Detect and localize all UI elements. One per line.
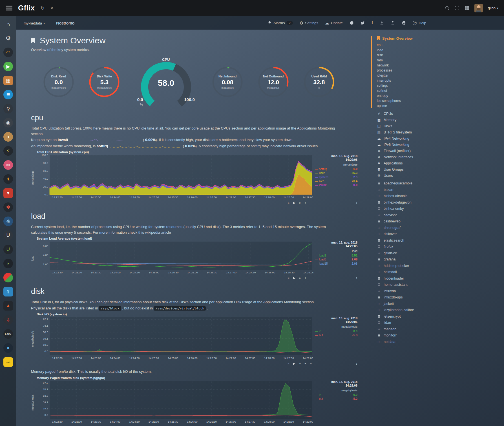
disk-write-gauge[interactable]: Disk Write5.3megabytes/s xyxy=(88,66,121,98)
app-jackett-icon[interactable]: ◖ xyxy=(3,132,13,142)
sidebar-item-softnet[interactable]: softnet xyxy=(377,89,504,93)
net-outbound-gauge[interactable]: Net Outbound12.0megabits/s xyxy=(257,66,290,98)
sidebar-app-binhex-airsonic[interactable]: ⊞binhex-airsonic xyxy=(377,194,504,198)
sidebar-app-bazarr[interactable]: ⊞bazarr xyxy=(377,188,504,192)
load-legend-load15[interactable]: — load152.06 xyxy=(315,262,357,266)
disk-resize-handle[interactable]: ↕ xyxy=(356,361,358,365)
app-flower-icon[interactable]: ✽ xyxy=(3,202,13,212)
github-icon[interactable] xyxy=(350,21,354,25)
cpu-play-button[interactable]: ▶ xyxy=(293,201,295,205)
sidebar-app-grafana[interactable]: ⊞grafana xyxy=(377,257,504,261)
sidebar-section-memory[interactable]: ▦Memory xyxy=(377,118,504,122)
load-pan-right-button[interactable]: » xyxy=(299,276,301,280)
cpu-zoom-out-button[interactable]: − xyxy=(310,201,312,205)
refresh-icon[interactable]: ↻ xyxy=(40,6,45,11)
settings-gear-icon[interactable]: ⚙ xyxy=(3,34,13,43)
cpu-legend-iowait[interactable]: — iowait0.0 xyxy=(315,183,357,187)
app-upload-tile-icon[interactable]: ⇧ xyxy=(3,287,13,296)
cpu-pan-right-button[interactable]: » xyxy=(299,201,301,205)
facebook-icon[interactable]: f xyxy=(372,21,373,25)
sidebar-app-influxdb[interactable]: ⊞influxdb xyxy=(377,289,504,293)
load-pan-left-button[interactable]: « xyxy=(288,276,289,280)
app-scissors-icon[interactable]: ✂ xyxy=(3,160,13,170)
app-pills-icon[interactable] xyxy=(3,273,13,282)
sidebar-app-netdata[interactable]: ⊞netdata xyxy=(377,340,504,344)
disk-zoom-in-button[interactable]: + xyxy=(304,362,306,365)
sidebar-app-home-assistant[interactable]: ⊞home-assistant xyxy=(377,283,504,287)
sidebar-item-disk[interactable]: disk xyxy=(377,53,504,57)
sidebar-app-calibreweb[interactable]: ⊞calibreweb xyxy=(377,219,504,223)
sidebar-app-lidarr[interactable]: ⊞lidarr xyxy=(377,321,504,325)
disk-pan-left-button[interactable]: « xyxy=(288,362,289,365)
cpu-pan-left-button[interactable]: « xyxy=(288,201,289,205)
sidebar-section-applications[interactable]: ❖Applications xyxy=(377,161,504,165)
load-zoom-out-button[interactable]: − xyxy=(310,276,312,280)
sidebar-app-binhex-delugevpn[interactable]: ⊞binhex-delugevpn xyxy=(377,200,504,204)
app-gitlab-icon[interactable]: ▲ xyxy=(3,301,13,311)
disk-play-button[interactable]: ▶ xyxy=(293,362,295,365)
sidebar-app-jackett[interactable]: ⊞jackett xyxy=(377,302,504,306)
load-resize-handle[interactable]: ↕ xyxy=(356,276,358,280)
cpu-legend-nice[interactable]: — nice20.4 xyxy=(315,179,357,183)
app-utorrent-icon[interactable]: U xyxy=(3,245,13,254)
sidebar-app-lazylibrarian-calibre[interactable]: ⊞lazylibrarian-calibre xyxy=(377,308,504,312)
sidebar-item-ipc-semaphores[interactable]: ipc semaphores xyxy=(377,99,504,103)
apps-grid-icon[interactable] xyxy=(465,6,469,10)
sidebar-section-ipv6-networking[interactable]: ☁IPv6 Networking xyxy=(377,143,504,147)
app-sabnzbd-icon[interactable]: sab xyxy=(3,357,13,367)
app-photo-icon[interactable]: ◉ xyxy=(3,118,13,128)
sidebar-app-binhex-emby[interactable]: ⊞binhex-emby xyxy=(377,207,504,211)
home-icon[interactable]: ⌂ xyxy=(3,19,13,29)
cpu-gauge[interactable]: CPU58.00.0100.0% xyxy=(134,57,198,106)
sidebar-item-processes[interactable]: processes xyxy=(377,68,504,72)
alarms-button[interactable]: Alarms 2 xyxy=(268,21,293,25)
load-legend-load1[interactable]: — load16.51 xyxy=(315,253,357,257)
sidebar-app-hiddenloader[interactable]: ⊞hiddenloader xyxy=(377,276,504,280)
load-zoom-in-button[interactable]: + xyxy=(304,276,306,280)
close-tab-icon[interactable]: × xyxy=(50,6,53,11)
sidebar-section-users[interactable]: ⚇Users xyxy=(377,174,504,178)
cpu-legend-user[interactable]: — user35.3 xyxy=(315,171,357,175)
sidebar-item-softirqs[interactable]: softirqs xyxy=(377,84,504,88)
help-button[interactable]: ?Help xyxy=(413,21,426,25)
app-nzbget-icon[interactable]: ◗ xyxy=(3,259,13,268)
used-ram-gauge[interactable]: Used RAM32.8% xyxy=(303,66,335,98)
sidebar-app-chronograf[interactable]: ⊞chronograf xyxy=(377,226,504,230)
load-play-button[interactable]: ▶ xyxy=(293,276,295,280)
sidebar-section-disks[interactable]: ◫Disks xyxy=(377,124,504,128)
hamburger-menu-icon[interactable] xyxy=(6,6,12,10)
sidebar-item-cpu[interactable]: cpu xyxy=(377,43,504,47)
sidebar-section-firewall-netfilter-[interactable]: ◈Firewall (netfilter) xyxy=(377,149,504,153)
sidebar-item-load[interactable]: load xyxy=(377,48,504,52)
sidebar-section-network-interfaces[interactable]: #Network Interfaces xyxy=(377,155,504,159)
search-icon[interactable] xyxy=(445,6,450,10)
app-flash-icon[interactable]: ⚡ xyxy=(3,146,13,156)
twitter-icon[interactable] xyxy=(361,21,365,25)
sidebar-item-system-overview[interactable]: System Overview xyxy=(377,36,504,41)
sidebar-section-user-groups[interactable]: ⚉User Groups xyxy=(377,168,504,171)
sidebar-app-apacheguacamole[interactable]: ⊞apacheguacamole xyxy=(377,181,504,185)
app-chronograf-icon[interactable]: ☀ xyxy=(3,174,13,184)
sidebar-section-btrfs-filesystem[interactable]: ▤BTRFS filesystem xyxy=(377,130,504,134)
disk-read-gauge[interactable]: Disk Read0.0megabytes/s xyxy=(42,66,75,98)
sidebar-item-entropy[interactable]: entropy xyxy=(377,94,504,98)
cpu-legend-system[interactable]: — system2.3 xyxy=(315,175,357,179)
sidebar-app-diskover[interactable]: ⊞diskover xyxy=(377,232,504,236)
load-legend-load5[interactable]: — load52.68 xyxy=(315,257,357,261)
settings-button[interactable]: ⚙Settings xyxy=(300,21,318,25)
cpu-chart-canvas[interactable]: 0.020.040.060.080.0100.014:22:3014:23:00… xyxy=(37,154,313,200)
avatar[interactable] xyxy=(474,4,483,12)
app-emby-icon[interactable]: ▶ xyxy=(3,62,13,71)
sidebar-section-ipv4-networking[interactable]: ☁IPv4 Networking xyxy=(377,137,504,140)
user-menu[interactable]: gilbn▾ xyxy=(488,6,499,10)
app-ubiquiti-icon[interactable]: U xyxy=(3,231,13,240)
pgpgio-legend-in[interactable]: — in0.0 xyxy=(315,393,357,397)
fullscreen-icon[interactable] xyxy=(455,6,459,10)
sidebar-app-mariadb[interactable]: ⊞mariadb xyxy=(377,327,504,331)
cpu-resize-handle[interactable]: ↕ xyxy=(356,200,358,205)
sidebar-app-monitorr[interactable]: ⊞monitorr xyxy=(377,333,504,337)
update-button[interactable]: ☁Update xyxy=(325,21,343,25)
pgpgio-legend-out[interactable]: — out-5.2 xyxy=(315,397,357,401)
download-icon[interactable] xyxy=(380,21,384,25)
sidebar-app-heimdall[interactable]: ⊞heimdall xyxy=(377,270,504,274)
